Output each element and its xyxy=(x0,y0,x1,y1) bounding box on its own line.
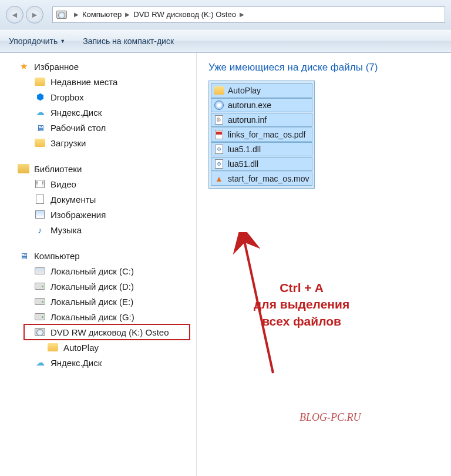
organize-label: Упорядочить xyxy=(9,36,58,46)
breadcrumb-item[interactable]: Компьютер xyxy=(82,10,122,19)
organize-button[interactable]: Упорядочить ▼ xyxy=(9,36,65,46)
libraries-header[interactable]: Библиотеки xyxy=(0,161,196,176)
nav-forward-button[interactable]: ► xyxy=(26,6,43,24)
dll-icon xyxy=(214,159,224,169)
video-icon: ▲ xyxy=(214,173,224,184)
pdf-icon xyxy=(214,129,224,140)
chevron-down-icon: ▼ xyxy=(60,38,65,44)
libraries-icon xyxy=(18,163,29,175)
breadcrumb[interactable]: ▶ Компьютер ▶ DVD RW дисковод (K:) Osteo… xyxy=(52,6,445,23)
pictures-icon xyxy=(34,209,46,220)
sidebar-item-dvd-drive[interactable]: DVD RW дисковод (K:) Osteo xyxy=(0,324,196,340)
downloads-icon xyxy=(34,137,46,149)
computer-icon: 🖥 xyxy=(18,250,29,262)
drive-icon xyxy=(34,265,46,277)
sidebar-item-dropbox[interactable]: ⬢Dropbox xyxy=(0,89,196,105)
group-header: Уже имеющиеся на диске файлы (7) xyxy=(208,62,439,73)
sidebar-item-recent[interactable]: Недавние места xyxy=(0,74,196,89)
file-item[interactable]: lua5.1.dll xyxy=(211,142,312,156)
desktop-icon: 🖥 xyxy=(34,122,46,133)
selection-box: AutoPlay autorun.exe autorun.inf links_f… xyxy=(208,81,315,189)
dll-icon xyxy=(214,144,224,155)
recent-icon xyxy=(34,76,46,88)
nav-back-button[interactable]: ◄ xyxy=(6,6,23,24)
sidebar-item-pictures[interactable]: Изображения xyxy=(0,207,196,222)
inf-icon xyxy=(214,115,224,125)
computer-header[interactable]: 🖥 Компьютер xyxy=(0,248,196,263)
file-item[interactable]: AutoPlay xyxy=(211,83,312,98)
document-icon xyxy=(34,193,46,205)
watermark: BLOG-PC.RU xyxy=(299,411,361,424)
exe-icon xyxy=(214,100,224,110)
sidebar-item-drive-d[interactable]: Локальный диск (D:) xyxy=(0,279,196,294)
sidebar-item-music[interactable]: ♪Музыка xyxy=(0,222,196,237)
folder-icon xyxy=(47,341,59,353)
yandex-icon: ☁ xyxy=(34,106,46,118)
sidebar-item-drive-e[interactable]: Локальный диск (E:) xyxy=(0,294,196,309)
file-item[interactable]: lua51.dll xyxy=(211,157,312,171)
drive-icon xyxy=(34,296,46,307)
sidebar-item-autoplay[interactable]: AutoPlay xyxy=(0,340,196,355)
drive-icon xyxy=(56,9,67,20)
drive-icon xyxy=(34,280,46,292)
file-item[interactable]: ▲start_for_mac_os.mov xyxy=(211,172,312,186)
dvd-icon xyxy=(34,326,46,338)
address-bar: ◄ ► ▶ Компьютер ▶ DVD RW дисковод (K:) O… xyxy=(0,0,451,29)
sidebar-item-yandex[interactable]: ☁Яндекс.Диск xyxy=(0,105,196,120)
music-icon: ♪ xyxy=(34,224,46,236)
favorites-header[interactable]: ★ Избранное xyxy=(0,59,196,74)
annotation-text: Ctrl + A для выделения всех файлов xyxy=(254,280,349,330)
chevron-right-icon: ▶ xyxy=(240,11,244,18)
drive-icon xyxy=(34,311,46,323)
sidebar-item-desktop[interactable]: 🖥Рабочий стол xyxy=(0,120,196,135)
chevron-right-icon: ▶ xyxy=(74,11,79,18)
file-item[interactable]: autorun.exe xyxy=(211,98,312,112)
sidebar-item-drive-g[interactable]: Локальный диск (G:) xyxy=(0,309,196,324)
folder-icon xyxy=(214,85,224,96)
burn-disc-button[interactable]: Запись на компакт-диск xyxy=(83,36,174,46)
chevron-right-icon: ▶ xyxy=(125,11,130,18)
sidebar-item-yandex-disk[interactable]: ☁Яндекс.Диск xyxy=(0,355,196,370)
sidebar-item-video[interactable]: Видео xyxy=(0,176,196,192)
file-item[interactable]: autorun.inf xyxy=(211,113,312,127)
sidebar-item-drive-c[interactable]: Локальный диск (C:) xyxy=(0,263,196,279)
file-item[interactable]: links_for_mac_os.pdf xyxy=(211,128,312,142)
navigation-pane: ★ Избранное Недавние места ⬢Dropbox ☁Янд… xyxy=(0,53,197,476)
yandex-icon: ☁ xyxy=(34,357,46,368)
video-icon xyxy=(34,178,46,190)
sidebar-item-documents[interactable]: Документы xyxy=(0,192,196,207)
sidebar-item-downloads[interactable]: Загрузки xyxy=(0,135,196,150)
toolbar: Упорядочить ▼ Запись на компакт-диск xyxy=(0,29,451,53)
star-icon: ★ xyxy=(18,61,29,72)
breadcrumb-item[interactable]: DVD RW дисковод (K:) Osteo xyxy=(133,10,236,19)
dropbox-icon: ⬢ xyxy=(34,91,46,103)
